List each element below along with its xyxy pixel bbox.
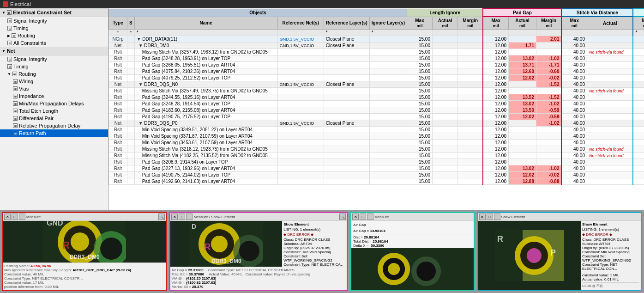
cell-max-pg: 12.00 [483,49,508,55]
cell-s [127,43,135,49]
table-row[interactable]: Rslt Pad Gap (3268.05, 1955.51) on Layer… [109,62,644,68]
table-row[interactable]: Net ▼ DDR3_DQS_N0 GND,1.5V_VCCIO Closest… [109,81,644,88]
cell-max-li: 15.00 [407,43,432,49]
pcb-view-4: R P [478,221,581,290]
table-row[interactable]: Net ▼ DDR3_DM0 GND,1.5V_VCCIO Closest Pl… [109,43,644,49]
info-row: position difference from: 0.00 MIL [4,285,165,289]
element-type: Constraint Type: NET ELECTRICAL CON... [283,262,345,267]
sidebar-item-net-routing[interactable]: ▼ ⊞ Routing [0,70,108,78]
toolbar-btn[interactable]: ✕ [4,214,11,220]
toolbar-btn[interactable]: ✕ [171,214,178,220]
cell-max-sv: 40.00 [561,43,587,49]
toolbar-btn[interactable]: ✕ [479,214,486,220]
svg-point-5 [100,238,122,260]
grid-icon: ⊞ [13,109,18,113]
table-row[interactable]: Rslt Pad Gap (4190.75, 2175.52) on Layer… [109,114,644,120]
sidebar-section-label: Electrical Constraint Set [13,10,72,15]
sidebar-item-ecs-signal-integrity[interactable]: ⊞ Signal Integrity [0,17,108,24]
cell-s [127,36,135,43]
sidebar-item-net-timing[interactable]: ⊞ Timing [0,63,108,70]
table-row[interactable]: Rslt Missing Stitch Via (3218.12, 1923.7… [109,146,644,153]
toolbar-btn[interactable]: − [367,214,373,220]
sidebar-item-net-routing-vias[interactable]: ⊞ Vias [0,85,108,92]
table-row[interactable]: Rslt Min Void Spacing (3349.51, 2081.22)… [109,127,644,133]
sidebar-item-ecs-routing[interactable]: ▶ ⊞ Routing [0,32,108,39]
search-btn[interactable]: 🔍 [158,214,165,220]
sidebar-item-net-signal-integrity[interactable]: ⊞ Signal Integrity [0,55,108,63]
element-drc-4: ◆ DRC ERROR ◆ [582,232,639,237]
element-constraint-4: Constraint: Min Void Spacing [582,250,639,254]
col-actual-sv: Actual [587,17,633,30]
sidebar-item-ecs-all-constraints[interactable]: ⊞ All Constraints [0,39,108,47]
search-btn-2[interactable]: 🔍 [339,214,346,220]
table-row[interactable]: Rslt Min Void Spacing (3371.87, 2107.59)… [109,133,644,140]
grid-icon: ⊞ [7,26,12,31]
cell-ref-layer: Closest Plane [324,43,369,49]
sidebar: ▼ ⊞ Electrical Constraint Set ⊞ Signal I… [0,8,108,210]
cell-name: Pad Gap (3268.05, 1955.51) on Layer ART0… [134,62,277,68]
cell-type: Rslt [109,62,127,68]
table-area[interactable]: Objects Length Ignore Pad Gap Stitch Via… [108,8,644,210]
table-row[interactable]: Rslt Missing Stitch Via (4182.25, 2135.5… [109,153,644,159]
table-row[interactable]: Rslt Pad Gap (4183.60, 2155.08) on Layer… [109,107,644,114]
sidebar-section-electrical[interactable]: ▼ ⊞ Electrical Constraint Set [0,8,108,17]
cell-ignore-layer [369,36,407,43]
toolbar-btn[interactable]: □ [12,214,18,220]
table-row[interactable]: Rslt Pad Gap (3208.9, 1914.54) on Layer … [109,159,644,165]
element-set-4: Constraint Set: WTP_WORKING_SPACING2 [582,254,639,262]
expand-icon: ▼ [2,49,6,53]
screenshot-title-2: Measure / Show Element [193,215,338,219]
element-title-4: Show Element [582,222,639,226]
table-row[interactable]: Rslt Missing Stitch Via (3257.49, 1963.1… [109,49,644,55]
table-row[interactable]: Rslt Pad Gap (3227.13, 1932.96) on Layer… [109,165,644,172]
sidebar-section-net[interactable]: ▼ Net [0,47,108,55]
table-row[interactable]: NGrp ▼ DDR_DATA0(11) GND,1.5V_VCCIO Clos… [109,36,644,43]
measure-title: Air Gap [353,223,471,227]
grid-icon: ⊞ [13,116,18,121]
star-max-li [407,30,432,36]
element-info-listing: LISTING: 1 element(s) [283,227,345,232]
table-row[interactable]: Rslt Pad Gap (3248.28, 1914.54) on Layer… [109,101,644,107]
info-row: Total Elt = 39.37000 Actual Value: 40 MI… [171,272,346,276]
cell-margin-pg [536,49,561,55]
toolbar-btn[interactable]: − [186,214,193,220]
table-row[interactable]: Rslt Pad Gap (4079.25, 2112.52) on Layer… [109,75,644,81]
toolbar-btn[interactable]: − [19,214,25,220]
svg-point-17 [388,263,400,275]
table-row[interactable]: Rslt Pad Gap (4192.60, 2141.63) on Layer… [109,178,644,185]
toolbar-btn[interactable]: − [494,214,500,220]
cell-margin-li [457,49,483,55]
pcb-view-1: GND R DDR3_DM0 [3,221,166,262]
element-constraint: Constraint: Min Void Spacing [283,250,345,254]
measure-info: Air Gap Air Gap = 13.98104 Dist = 29.881… [351,221,473,248]
screenshot-toolbar-1: ✕ □ − Measure 🔍 [3,213,166,221]
sidebar-item-net-routing-diff-pair[interactable]: ⊞ Differential Pair [0,115,108,122]
table-row[interactable]: Rslt Missing Stitch Via (3257.49, 1923.7… [109,88,644,94]
table-row[interactable]: Rslt Pad Gap (3244.55, 1925.16) on Layer… [109,94,644,101]
element-info-title: Show Element [283,222,345,226]
section-icon: ⊞ [7,10,12,15]
table-row[interactable]: Rslt Pad Gap (4190.75, 2144.02) on Layer… [109,172,644,178]
sidebar-item-net-routing-impedance[interactable]: ⊞ Impedance [0,92,108,100]
toolbar-btn[interactable]: □ [360,214,366,220]
sidebar-item-net-routing-rel-prop[interactable]: ⊞ Relative Propagation Delay [0,122,108,129]
toolbar-btn[interactable]: ✕ [352,214,359,220]
toolbar-btn[interactable]: □ [487,214,493,220]
screenshot-title-4: Show Element [501,215,640,219]
sidebar-item-ecs-timing[interactable]: ⊞ Timing [0,24,108,32]
sidebar-item-net-routing-wiring[interactable]: ⊞ Wiring [0,78,108,85]
cell-type: Net [109,43,127,49]
table-row[interactable]: Rslt Pad Gap (4075.84, 2102.36) on Layer… [109,68,644,75]
toolbar-btn[interactable]: □ [179,214,185,220]
sidebar-item-net-routing-return-path[interactable]: ⊞ Return Path [0,129,108,137]
table-row[interactable]: Net ▼ DDR3_DQS_P0 GND,1.5V_VCCIO Closest… [109,120,644,127]
sidebar-label: All Constraints [13,40,46,46]
sidebar-label: Wiring [19,79,33,84]
sidebar-item-net-routing-total-etch[interactable]: ⊞ Total Etch Length [0,107,108,115]
cell-actual-pg: 13.02 [508,55,536,62]
sidebar-item-net-routing-minmax[interactable]: ⊞ Min/Max Propagation Delays [0,100,108,107]
header-adj-void: Adjacent Void Spacing [633,9,644,17]
table-row[interactable]: Rslt Pad Gap (3248.28, 1953.91) on Layer… [109,55,644,62]
table-row[interactable]: Rslt Min Void Spacing (3453.61, 2107.59)… [109,140,644,146]
sidebar-label: Signal Integrity [13,18,47,24]
